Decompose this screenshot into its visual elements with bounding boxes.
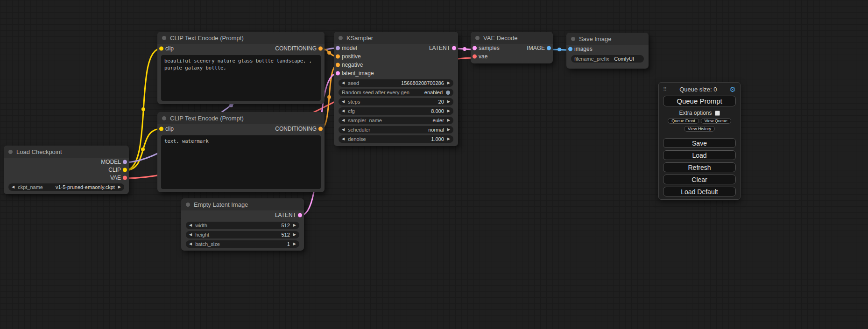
input-slot-images[interactable] <box>568 47 572 51</box>
output-slot-model[interactable] <box>123 160 127 164</box>
node-status-dot[interactable] <box>162 116 166 120</box>
input-slot-clip[interactable] <box>159 47 163 51</box>
increment-arrow-icon[interactable]: ▶ <box>447 128 450 132</box>
output-slot-latent[interactable] <box>452 46 456 50</box>
output-slot-image[interactable] <box>547 46 551 50</box>
node-title-bar[interactable]: VAE Decode <box>471 32 553 44</box>
input-slot-clip[interactable] <box>159 127 163 131</box>
node-empty-latent-image[interactable]: Empty Latent Image LATENT ◀ width 512 ▶ … <box>181 198 304 251</box>
decrement-arrow-icon[interactable]: ◀ <box>189 242 192 246</box>
view-history-button[interactable]: View History <box>684 126 715 132</box>
increment-arrow-icon[interactable]: ▶ <box>293 242 296 246</box>
decrement-arrow-icon[interactable]: ◀ <box>189 224 192 227</box>
node-title-bar[interactable]: Empty Latent Image <box>181 198 304 210</box>
output-slot-conditioning[interactable] <box>318 47 323 51</box>
node-load-checkpoint[interactable]: Load Checkpoint MODEL CLIP VAE ◀ ckpt_na… <box>4 146 129 194</box>
decrement-arrow-icon[interactable]: ◀ <box>342 109 345 113</box>
decrement-arrow-icon[interactable]: ◀ <box>342 100 345 104</box>
input-slot-samples[interactable] <box>473 46 477 50</box>
queue-prompt-button[interactable]: Queue Prompt <box>663 96 736 106</box>
output-slot-latent[interactable] <box>298 213 302 217</box>
output-slot-vae[interactable] <box>123 175 127 180</box>
widget-batch-size[interactable]: ◀ batch_size 1 ▶ <box>186 240 299 248</box>
prompt-textarea[interactable]: beautiful scenery nature glass bottle la… <box>161 55 321 101</box>
widget-height[interactable]: ◀ height 512 ▶ <box>186 231 299 238</box>
decrement-arrow-icon[interactable]: ◀ <box>342 137 345 141</box>
widget-value: normal <box>428 127 444 133</box>
input-slot-latent-image[interactable] <box>336 71 340 76</box>
drag-handle-icon[interactable]: ⠿ <box>663 86 667 92</box>
node-title-bar[interactable]: KSampler <box>334 32 458 44</box>
increment-arrow-icon[interactable]: ▶ <box>447 81 450 85</box>
load-default-button[interactable]: Load Default <box>663 187 736 196</box>
widget-label: batch_size <box>195 241 220 247</box>
refresh-button[interactable]: Refresh <box>663 162 736 172</box>
input-slot-model[interactable] <box>336 46 340 50</box>
widget-random-seed-toggle[interactable]: Random seed after every gen enabled <box>339 89 453 96</box>
widget-label: denoise <box>348 136 366 142</box>
input-slot-label: clip <box>165 126 174 132</box>
widget-steps[interactable]: ◀ steps 20 ▶ <box>339 98 453 105</box>
node-title: KSampler <box>346 35 373 42</box>
increment-arrow-icon[interactable]: ▶ <box>293 224 296 227</box>
widget-cfg[interactable]: ◀ cfg 8.000 ▶ <box>339 107 453 115</box>
node-status-dot[interactable] <box>571 37 575 41</box>
node-status-dot[interactable] <box>475 36 480 40</box>
clear-button[interactable]: Clear <box>663 175 736 184</box>
decrement-arrow-icon[interactable]: ◀ <box>342 128 345 132</box>
node-clip-text-encode-negative[interactable]: CLIP Text Encode (Prompt) clip CONDITION… <box>157 112 325 192</box>
increment-arrow-icon[interactable]: ▶ <box>447 137 450 141</box>
increment-arrow-icon[interactable]: ▶ <box>447 119 450 122</box>
widget-label: width <box>195 223 207 228</box>
queue-front-button[interactable]: Queue Front <box>668 118 699 124</box>
decrement-arrow-icon[interactable]: ◀ <box>342 119 345 122</box>
widget-seed[interactable]: ◀ seed 156680208700286 ▶ <box>339 79 453 87</box>
node-save-image[interactable]: Save Image images filename_prefix ComfyU… <box>566 33 649 69</box>
node-vae-decode[interactable]: VAE Decode samples IMAGE vae <box>471 32 553 63</box>
increment-arrow-icon[interactable]: ▶ <box>118 185 121 189</box>
node-clip-text-encode-positive[interactable]: CLIP Text Encode (Prompt) clip CONDITION… <box>157 32 325 104</box>
node-status-dot[interactable] <box>8 150 13 154</box>
input-slot-positive[interactable] <box>336 55 340 59</box>
widget-scheduler[interactable]: ◀ scheduler normal ▶ <box>339 126 453 133</box>
wire-clip-to-positive-prompt <box>125 49 161 170</box>
node-status-dot[interactable] <box>162 36 166 40</box>
decrement-arrow-icon[interactable]: ◀ <box>12 185 14 189</box>
increment-arrow-icon[interactable]: ▶ <box>447 109 450 113</box>
widget-sampler-name[interactable]: ◀ sampler_name euler ▶ <box>339 117 453 124</box>
increment-arrow-icon[interactable]: ▶ <box>447 100 450 104</box>
save-button[interactable]: Save <box>663 138 736 148</box>
node-title-bar[interactable]: CLIP Text Encode (Prompt) <box>157 32 325 44</box>
load-button[interactable]: Load <box>663 150 736 160</box>
queue-size-label: Queue size: 0 <box>667 86 729 93</box>
widget-value: v1-5-pruned-emaonly.ckpt <box>56 184 115 190</box>
view-queue-button[interactable]: View Queue <box>701 118 731 124</box>
node-ksampler[interactable]: KSampler model LATENT positive negative … <box>334 32 458 146</box>
settings-gear-icon[interactable]: ⚙ <box>730 86 736 93</box>
output-slot-conditioning[interactable] <box>318 127 323 131</box>
increment-arrow-icon[interactable]: ▶ <box>293 233 296 237</box>
widget-value: euler <box>432 118 444 123</box>
input-slot-vae[interactable] <box>473 55 477 59</box>
node-title-bar[interactable]: Load Checkpoint <box>4 146 129 158</box>
prompt-textarea[interactable]: text, watermark <box>161 135 321 189</box>
extra-options-checkbox[interactable] <box>715 111 720 116</box>
node-status-dot[interactable] <box>186 203 190 207</box>
node-title-bar[interactable]: Save Image <box>566 33 649 45</box>
input-slot-label: positive <box>342 53 361 60</box>
input-slot-negative[interactable] <box>336 63 340 67</box>
toggle-indicator[interactable] <box>446 91 450 95</box>
decrement-arrow-icon[interactable]: ◀ <box>189 233 192 237</box>
widget-value: 1.000 <box>431 136 444 142</box>
node-title-bar[interactable]: CLIP Text Encode (Prompt) <box>157 112 325 124</box>
widget-denoise[interactable]: ◀ denoise 1.000 ▶ <box>339 135 453 143</box>
widget-width[interactable]: ◀ width 512 ▶ <box>186 222 299 229</box>
widget-ckpt-name[interactable]: ◀ ckpt_name v1-5-pruned-emaonly.ckpt ▶ <box>8 183 124 191</box>
node-status-dot[interactable] <box>339 36 343 40</box>
decrement-arrow-icon[interactable]: ◀ <box>342 81 345 85</box>
widget-label: seed <box>348 80 359 86</box>
widget-filename-prefix[interactable]: filename_prefix ComfyUI <box>571 55 644 63</box>
output-slot-clip[interactable] <box>123 168 127 172</box>
widget-label: Random seed after every gen <box>342 90 409 95</box>
output-slot-label: VAE <box>110 175 121 181</box>
